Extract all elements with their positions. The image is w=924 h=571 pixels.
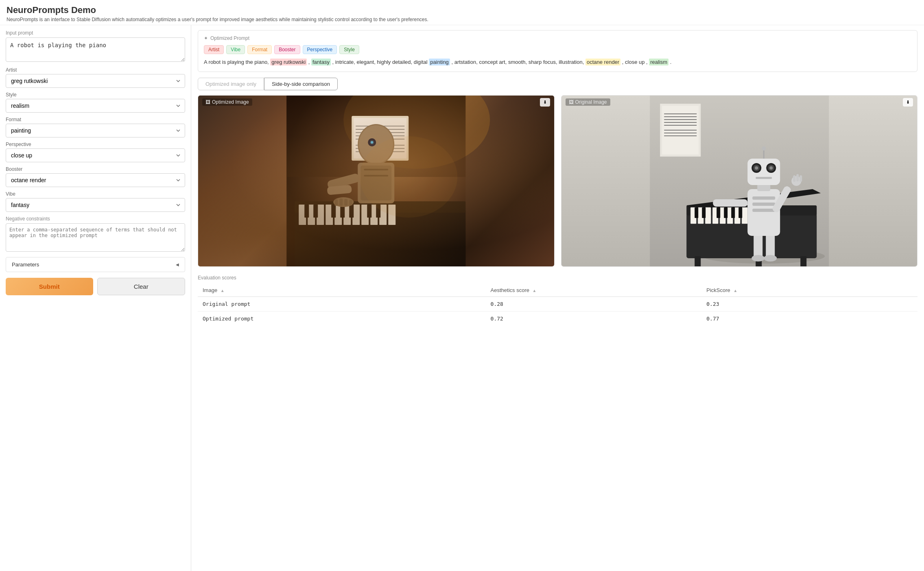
original-image-card: 🖼 Original Image ⬇ [561,95,918,267]
optimized-image-card: 🖼 Optimized Image ⬇ [198,95,555,267]
parameters-header[interactable]: Parameters ◀ [6,257,185,272]
table-row: Original prompt 0.28 0.23 [198,296,917,311]
optimized-image-header: 🖼 Optimized Image ⬇ [198,96,554,109]
tab-side-by-side[interactable]: Side-by-side comparison [264,78,338,90]
download-optimized-button[interactable]: ⬇ [540,98,550,107]
main-layout: Input prompt A robot is playing the pian… [0,25,924,571]
booster-select[interactable]: octane render unreal engine 4k 8k [6,173,185,187]
svg-rect-21 [352,205,360,225]
row1-aesthetics: 0.28 [486,296,702,311]
vibe-select[interactable]: fantasy dark bright moody [6,198,185,212]
booster-group: Booster octane render unreal engine 4k 8… [6,166,185,187]
svg-rect-86 [747,189,780,236]
svg-rect-70 [705,207,711,224]
tag-style: Style [339,45,359,54]
svg-rect-95 [713,199,747,207]
format-select[interactable]: painting photograph digital art sketch [6,124,185,137]
svg-rect-42 [327,173,360,190]
svg-rect-22 [361,205,369,225]
col-pick-header: PickScore ▲ [701,284,917,297]
artist-label: Artist [6,67,185,73]
buttons-row: Submit Clear [6,278,185,295]
svg-rect-77 [702,207,706,218]
svg-rect-13 [295,209,465,266]
svg-rect-29 [340,205,345,218]
submit-button[interactable]: Submit [6,278,93,295]
style-select[interactable]: realism fantasy abstract impressionism [6,99,185,113]
row2-image: Optimized prompt [198,311,486,326]
original-image-label: 🖼 Original Image [566,98,610,106]
clear-button[interactable]: Clear [97,278,186,295]
booster-label: Booster [6,166,185,172]
sparkle-icon: ✦ [204,35,208,41]
svg-point-37 [371,141,373,144]
svg-rect-3 [352,116,408,161]
svg-rect-23 [370,205,378,225]
svg-rect-17 [317,205,324,225]
svg-rect-41 [364,175,388,177]
svg-rect-18 [325,205,333,225]
svg-rect-26 [304,205,309,218]
images-row: 🖼 Optimized Image ⬇ [198,95,917,267]
download-original-button[interactable]: ⬇ [903,98,913,107]
svg-point-103 [769,166,773,170]
style-group: Style realism fantasy abstract impressio… [6,92,185,113]
input-prompt-section: Input prompt A robot is playing the pian… [6,30,185,63]
tab-optimized-only[interactable]: Optimized image only [198,78,264,90]
parameters-label: Parameters [12,262,39,268]
parameters-section[interactable]: Parameters ◀ [6,257,185,272]
svg-point-35 [368,138,376,146]
col-image-header: Image ▲ [198,284,486,297]
app-container: NeuroPrompts Demo NeuroPrompts is an int… [0,0,924,571]
row1-pick: 0.23 [701,296,917,311]
highlight-booster: octane render [585,59,620,65]
perspective-select[interactable]: close up wide angle bird's eye portrait [6,148,185,162]
negative-input[interactable] [6,223,185,252]
svg-rect-65 [695,256,701,266]
svg-rect-19 [334,205,342,225]
svg-rect-39 [360,166,391,201]
svg-rect-83 [766,234,775,258]
svg-rect-46 [339,198,343,206]
format-label: Format [6,117,185,122]
format-group: Format painting photograph digital art s… [6,117,185,137]
image-icon: 🖼 [205,99,210,105]
original-image [561,96,917,266]
svg-rect-14 [295,201,465,213]
optimized-image [198,96,554,266]
image-icon2: 🖼 [569,99,574,105]
svg-rect-97 [747,159,780,185]
svg-point-85 [764,255,777,262]
sort-image-icon[interactable]: ▲ [221,288,225,293]
svg-rect-27 [313,205,318,218]
tags-row: Artist Vibe Format Booster Perspective S… [204,45,911,54]
optimized-image-label: 🖼 Optimized Image [202,98,252,106]
svg-rect-89 [752,209,775,212]
perspective-label: Perspective [6,142,185,147]
svg-rect-15 [299,205,306,225]
app-subtitle: NeuroPrompts is an interface to Stable D… [7,17,917,22]
right-panel: ✦ Optimized Prompt Artist Vibe Format Bo… [191,25,924,571]
sort-aesthetics-icon[interactable]: ▲ [533,288,537,293]
optimized-text: A robot is playing the piano, greg rutko… [204,58,911,67]
artist-group: Artist greg rutkowski artgerm wlop alpho… [6,67,185,88]
input-prompt-input[interactable]: A robot is playing the piano [6,37,185,62]
svg-point-84 [751,255,765,262]
vibe-group: Vibe fantasy dark bright moody [6,191,185,212]
highlight-format: painting [429,59,450,65]
view-tabs: Optimized image only Side-by-side compar… [198,78,917,90]
sort-pick-icon[interactable]: ▲ [733,288,737,293]
eval-section: Evaluation scores Image ▲ Aesthetics sco… [198,275,917,326]
artist-select[interactable]: greg rutkowski artgerm wlop alphonse muc… [6,74,185,88]
row2-pick: 0.77 [701,311,917,326]
optimized-prompt-box: ✦ Optimized Prompt Artist Vibe Format Bo… [198,30,917,72]
svg-rect-20 [343,205,351,225]
vibe-label: Vibe [6,191,185,197]
svg-rect-81 [738,207,742,218]
negative-constraints-section: Negative constraints [6,216,185,253]
eval-table: Image ▲ Aesthetics score ▲ PickScore ▲ [198,284,917,326]
svg-rect-94 [799,175,802,182]
svg-rect-43 [327,185,352,195]
svg-point-34 [359,125,393,163]
highlight-vibe: fantasy [311,59,331,65]
